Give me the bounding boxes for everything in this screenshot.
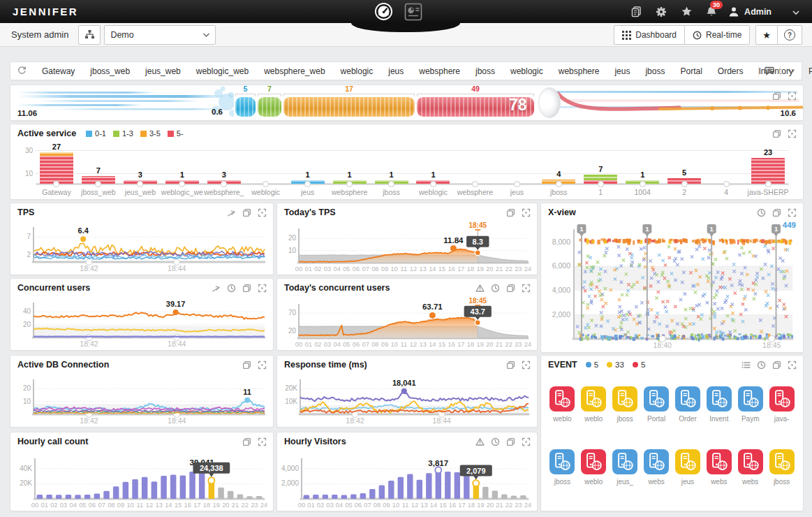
copy-icon[interactable] [242,437,251,446]
expand-icon[interactable] [258,284,267,293]
copy-icon[interactable] [772,92,781,101]
warn-icon[interactable] [475,437,485,446]
warn-icon[interactable] [475,284,485,293]
tab-item-jeus[interactable]: jeus [388,66,404,76]
clock-icon[interactable] [757,208,766,217]
event-app[interactable]: weblo [578,449,609,486]
star-icon[interactable] [675,2,697,22]
service-slot: 4jboss [538,143,580,196]
event-app[interactable]: Order [672,386,703,423]
clock-icon[interactable] [227,284,236,293]
tab-item-payment[interactable]: Payment [809,66,812,76]
service-bar[interactable] [40,156,73,184]
copy-icon[interactable] [242,361,251,370]
axis-node [304,181,311,187]
clock-icon[interactable] [491,284,500,293]
tab-item-jboss[interactable]: jboss [645,66,665,76]
user-caret-icon[interactable] [792,6,799,18]
event-app[interactable]: weblo [547,386,577,423]
tabs-caret-icon[interactable] [780,66,802,77]
service-bar[interactable] [40,152,73,156]
realtime-button[interactable]: Real-time [685,25,750,45]
event-app[interactable]: Portal [641,386,672,423]
expand-icon[interactable] [522,284,531,293]
tab-item-gateway[interactable]: Gateway [42,66,75,76]
help-button[interactable]: ? [778,25,802,45]
event-app[interactable]: jeus_ [610,449,640,486]
event-app[interactable]: webs [704,449,735,486]
tab-item-websphere[interactable]: websphere [419,66,460,76]
service-bar[interactable] [584,175,617,180]
refresh-icon[interactable] [17,65,27,78]
tab-item-portal[interactable]: Portal [680,66,702,76]
service-bar[interactable] [751,158,785,184]
favorite-button[interactable]: ★ [755,25,778,45]
tab-item-websphere[interactable]: websphere [559,66,600,76]
share-icon[interactable] [227,208,236,217]
event-app[interactable]: jboss [610,386,640,423]
svg-text:10: 10 [126,502,133,509]
svg-text:04: 04 [333,265,340,272]
event-app[interactable]: jboss [767,449,797,486]
chat-icon[interactable] [758,66,780,77]
event-app[interactable]: Invent [704,386,735,423]
expand-icon[interactable] [522,361,531,370]
copy-icon[interactable] [242,208,251,217]
event-app[interactable]: jeus [672,449,703,486]
domain-select[interactable]: Demo [104,25,216,45]
tab-item-weblogic[interactable]: weblogic [510,66,543,76]
event-app[interactable]: webs [641,449,672,486]
gear-icon[interactable] [650,2,672,22]
share-icon[interactable] [212,284,221,293]
event-app[interactable]: java- [767,386,797,423]
event-app[interactable]: weblo [578,386,609,423]
flow-mid-value: 0.6 [212,108,223,116]
tab-item-weblogic_web[interactable]: weblogic_web [196,66,249,76]
report-icon[interactable] [404,3,422,21]
list-icon[interactable] [741,361,751,370]
tab-item-weblogic[interactable]: weblogic [341,66,374,76]
tab-item-orders[interactable]: Orders [718,66,744,76]
bar [56,495,62,499]
hourly-visitors-panel-icons [475,437,531,446]
event-legend-item: 33 [607,361,624,369]
expand-icon[interactable] [788,361,797,370]
tab-item-websphere_web[interactable]: websphere_web [264,66,325,76]
copy-icon[interactable] [772,361,781,370]
event-app[interactable]: webs [735,449,766,486]
event-app[interactable]: jboss [547,449,577,486]
svg-text:04: 04 [333,341,340,348]
expand-icon[interactable] [258,208,267,217]
expand-icon[interactable] [522,208,531,217]
tab-item-jeus_web[interactable]: jeus_web [145,66,181,76]
gauge-icon[interactable] [374,2,393,21]
expand-icon[interactable] [258,361,267,370]
svg-text:20K: 20K [285,384,297,392]
clock-icon[interactable] [491,437,500,446]
service-slot: 4 [705,143,747,196]
expand-icon[interactable] [788,129,797,138]
bell-icon[interactable]: 30 [700,2,723,22]
clock-icon[interactable] [757,361,766,370]
tab-item-jboss[interactable]: jboss [475,66,495,76]
user-menu[interactable]: Admin [728,6,772,17]
bar [304,495,309,499]
pages-icon[interactable] [625,2,647,22]
copy-icon[interactable] [506,361,515,370]
copy-icon[interactable] [772,208,781,217]
expand-icon[interactable] [522,437,531,446]
dashboard-button[interactable]: Dashboard [614,25,685,45]
copy-icon[interactable] [506,437,515,446]
event-app[interactable]: Paym [735,386,766,423]
copy-icon[interactable] [242,284,251,293]
event-app-icon [549,449,575,474]
expand-icon[interactable] [788,208,797,217]
copy-icon[interactable] [506,208,515,217]
copy-icon[interactable] [772,129,781,138]
copy-icon[interactable] [506,284,515,293]
tab-item-jeus[interactable]: jeus [614,66,630,76]
tab-item-jboss_web[interactable]: jboss_web [90,66,130,76]
domain-tree-button[interactable] [78,25,101,45]
expand-icon[interactable] [258,437,267,446]
expand-icon[interactable] [788,92,797,101]
